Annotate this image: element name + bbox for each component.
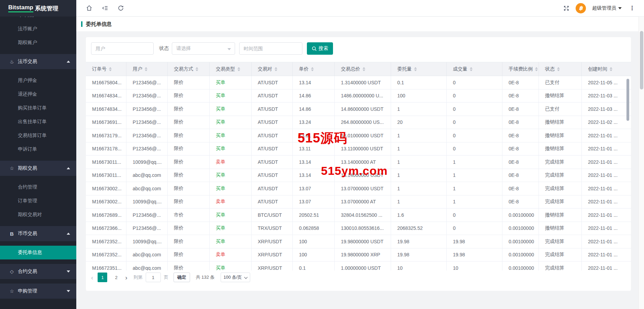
- column-header[interactable]: 交易对: [252, 62, 293, 76]
- menu-fold-icon[interactable]: [102, 5, 108, 11]
- fullscreen-icon[interactable]: [563, 5, 569, 11]
- status-select[interactable]: 请选择: [172, 42, 235, 55]
- page-button-1[interactable]: 1: [98, 273, 107, 282]
- page-scrollbar[interactable]: [639, 17, 644, 309]
- sidebar-item[interactable]: 用户押金: [0, 74, 76, 87]
- cell-price: 13.14: [293, 76, 335, 89]
- table-row: M16672352...abc@qq.com限价卖单XRP/USDT10019.…: [86, 248, 631, 262]
- cell-user: P123456@...: [126, 116, 168, 129]
- sidebar-item[interactable]: 法币账户: [0, 22, 76, 36]
- sort-icon: [311, 67, 314, 71]
- table-row: M16673011...10099@qq....限价卖单AT/USDT13.14…: [86, 156, 631, 169]
- cell-order-id: M16673179...: [86, 129, 126, 142]
- column-header[interactable]: 委托量: [391, 62, 447, 76]
- cell-pair: XRP/USDT: [252, 235, 293, 248]
- cell-trade-mode: 市价: [168, 209, 210, 222]
- cell-order-id: M16672352...: [86, 235, 126, 248]
- cell-price: 13.01: [293, 129, 335, 142]
- prev-page-button[interactable]: ‹: [91, 274, 93, 281]
- page-size-select[interactable]: 100 条/页: [221, 273, 251, 282]
- cell-price: 100: [293, 248, 335, 262]
- sidebar-item[interactable]: 合约管理: [0, 180, 76, 194]
- column-header-label: 交易对: [258, 66, 272, 72]
- page-scrollbar-thumb[interactable]: [640, 31, 643, 89]
- sidebar-item[interactable]: 退还押金: [0, 87, 76, 101]
- bitcoin-avatar[interactable]: ฿: [576, 3, 586, 13]
- sort-icon: [557, 67, 560, 71]
- b-icon: B: [9, 231, 15, 237]
- cell-user: abc@qq.com: [126, 182, 168, 195]
- sidebar-item-label: 退还押金: [18, 91, 37, 97]
- cell-price: 13.14: [293, 156, 335, 169]
- column-header-label: 交易类型: [216, 66, 235, 72]
- sidebar-item-label: 交易结算订单: [18, 132, 47, 139]
- status-label: 状态: [159, 45, 169, 52]
- refresh-icon[interactable]: [118, 5, 124, 11]
- sidebar-group[interactable]: B 币币交易: [0, 226, 76, 241]
- cell-amount: 1.6: [391, 209, 447, 222]
- confirm-button[interactable]: 确定: [174, 273, 190, 282]
- cell-created: 2022-11-05 ...: [582, 76, 631, 89]
- column-header[interactable]: 成交量: [447, 62, 502, 76]
- more-options-icon[interactable]: ⋮: [628, 4, 636, 12]
- column-header[interactable]: 交易总价: [335, 62, 391, 76]
- column-header[interactable]: 交易类型: [210, 62, 252, 76]
- column-header[interactable]: 交易方式: [168, 62, 210, 76]
- flame-icon: ♨: [9, 59, 15, 64]
- sidebar-item[interactable]: 委托单信息: [0, 246, 76, 259]
- time-range-input[interactable]: [239, 42, 302, 55]
- column-header[interactable]: 状态: [539, 62, 582, 76]
- cell-price: 13.11: [293, 142, 335, 156]
- cell-filled: 19.98: [447, 235, 502, 248]
- cell-fee-rate: 0.00100000: [502, 222, 539, 235]
- cell-filled: 10: [447, 262, 502, 270]
- sidebar-item-label: 订单管理: [18, 198, 37, 204]
- sidebar-item[interactable]: 期权交易对: [0, 208, 76, 222]
- column-header[interactable]: 单价: [293, 62, 335, 76]
- sidebar-item[interactable]: 交易结算订单: [0, 129, 76, 142]
- search-button[interactable]: 搜索: [307, 42, 333, 55]
- sidebar-item[interactable]: 购买挂单订单: [0, 101, 76, 115]
- chevron-icon: [67, 167, 70, 169]
- user-filter-input[interactable]: [91, 42, 154, 55]
- sidebar-group[interactable]: ◇ 合约交易: [0, 264, 76, 279]
- cell-amount: 19.98: [391, 248, 447, 262]
- column-header[interactable]: 用户: [126, 62, 168, 76]
- chevron-down-icon: [244, 276, 248, 279]
- page-button-2[interactable]: 2: [111, 273, 121, 282]
- page-jump-input[interactable]: [146, 273, 161, 282]
- sort-icon: [414, 67, 417, 71]
- cell-user: P123456@...: [126, 222, 168, 235]
- sidebar-group[interactable]: ♨ 法币交易: [0, 54, 76, 69]
- table-row: M16673011...abc@qq.com限价买单AT/USDT13.1413…: [86, 169, 631, 182]
- cell-total: 14.86000000 USDT: [335, 103, 391, 116]
- chevron-down-icon: [227, 48, 231, 50]
- cell-price: 13.07: [293, 182, 335, 195]
- sidebar-item[interactable]: 订单管理: [0, 194, 76, 208]
- column-header[interactable]: 手续费比例: [502, 62, 539, 76]
- next-page-button[interactable]: ›: [125, 274, 127, 281]
- sidebar-item[interactable]: 申诉订单: [0, 142, 76, 156]
- cell-pair: BTC/USDT: [252, 209, 293, 222]
- sidebar-group[interactable]: ☆ 期权交易: [0, 161, 76, 176]
- column-header[interactable]: 订单号: [86, 62, 126, 76]
- sidebar-item[interactable]: 期权账户: [0, 36, 76, 50]
- cell-user: P123456@...: [126, 129, 168, 142]
- cell-pair: TRX/USDT: [252, 222, 293, 235]
- sidebar-item[interactable]: 出售挂单订单: [0, 115, 76, 129]
- user-menu[interactable]: 超级管理员: [592, 5, 622, 11]
- cell-order-id: M16673011...: [86, 156, 126, 169]
- cell-status: 撤销结算: [539, 129, 582, 142]
- column-header[interactable]: 创建时间: [582, 62, 631, 76]
- table-scrollbar-thumb[interactable]: [626, 79, 629, 121]
- table-row: M16673179...P123456@...限价买单AT/USDT13.011…: [86, 129, 631, 142]
- table-row: M16673002...abc@qq.com限价买单AT/USDT13.0713…: [86, 182, 631, 195]
- cell-order-id: M16674834...: [86, 103, 126, 116]
- home-icon[interactable]: [86, 5, 92, 11]
- cell-trade-mode: 限价: [168, 103, 210, 116]
- cell-fee-rate: 0.00100000: [502, 235, 539, 248]
- sidebar-group[interactable]: ☆ 申购管理: [0, 284, 76, 299]
- cell-total: 1.31400000 USDT: [335, 76, 391, 89]
- cell-trade-type: 买单: [210, 222, 252, 235]
- jump-prefix-label: 到第: [134, 274, 143, 280]
